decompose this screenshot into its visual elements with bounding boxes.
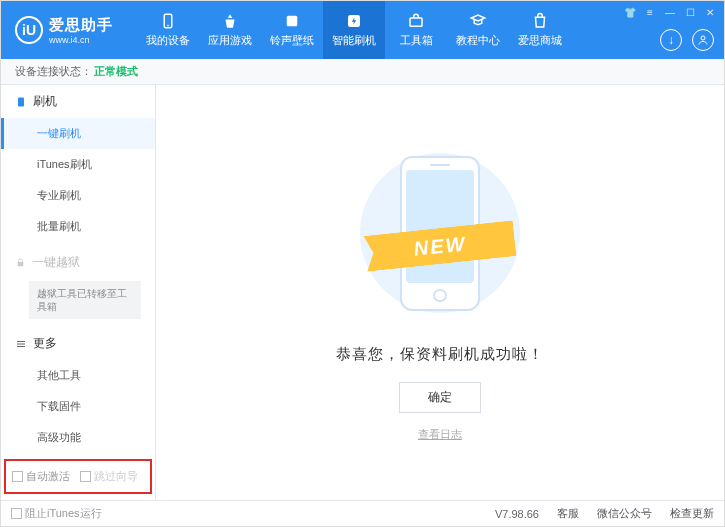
nav-label: 应用游戏 (208, 33, 252, 48)
minimize-icon[interactable]: — (662, 5, 678, 19)
nav-label: 铃声壁纸 (270, 33, 314, 48)
ringtone-icon (283, 12, 301, 30)
nav-label: 教程中心 (456, 33, 500, 48)
status-bar: 设备连接状态： 正常模式 (1, 59, 724, 85)
svg-rect-2 (287, 16, 298, 27)
tshirt-icon[interactable]: 👕 (622, 5, 638, 19)
sidebar-item-oneclick[interactable]: 一键刷机 (1, 118, 155, 149)
maximize-icon[interactable]: ☐ (682, 5, 698, 19)
nav-label: 智能刷机 (332, 33, 376, 48)
more-icon (15, 338, 27, 350)
tutorial-icon (469, 12, 487, 30)
nav-toolbox[interactable]: 工具箱 (385, 1, 447, 59)
sidebar: 刷机 一键刷机 iTunes刷机 专业刷机 批量刷机 一键越狱 越狱工具已转移至… (1, 85, 156, 500)
sidebar-group-more[interactable]: 更多 (1, 327, 155, 360)
checkbox-auto-activate[interactable]: 自动激活 (12, 469, 70, 484)
app-subtitle: www.i4.cn (49, 35, 113, 45)
view-log-link[interactable]: 查看日志 (418, 427, 462, 442)
flash-group-icon (15, 96, 27, 108)
highlight-box: 自动激活 跳过向导 (4, 459, 152, 494)
sidebar-group-jailbreak: 一键越狱 (1, 246, 155, 279)
nav-tutorial[interactable]: 教程中心 (447, 1, 509, 59)
nav-flash[interactable]: 智能刷机 (323, 1, 385, 59)
logo-icon: iU (15, 16, 43, 44)
checkbox-icon (11, 508, 22, 519)
success-illustration: NEW (340, 143, 540, 323)
sidebar-item-advanced[interactable]: 高级功能 (1, 422, 155, 453)
download-button[interactable]: ↓ (660, 29, 682, 51)
jailbreak-note[interactable]: 越狱工具已转移至工具箱 (29, 281, 141, 319)
svg-point-5 (701, 36, 705, 40)
main-nav: 我的设备 应用游戏 铃声壁纸 智能刷机 工具箱 教程中心 (137, 1, 571, 59)
store-icon (531, 12, 549, 30)
sidebar-item-firmware[interactable]: 下载固件 (1, 391, 155, 422)
sidebar-group-flash[interactable]: 刷机 (1, 85, 155, 118)
svg-rect-6 (18, 97, 24, 106)
sidebar-group-label: 一键越狱 (32, 254, 80, 271)
titlebar-controls: 👕 ≡ — ☐ ✕ (622, 5, 718, 19)
checkbox-skip-guide[interactable]: 跳过向导 (80, 469, 138, 484)
svg-rect-4 (410, 18, 422, 26)
nav-label: 爱思商城 (518, 33, 562, 48)
sidebar-item-other[interactable]: 其他工具 (1, 360, 155, 391)
checkbox-label: 自动激活 (26, 469, 70, 484)
apps-icon (221, 12, 239, 30)
user-button[interactable] (692, 29, 714, 51)
sidebar-group-label: 刷机 (33, 93, 57, 110)
sidebar-item-itunes[interactable]: iTunes刷机 (1, 149, 155, 180)
checkbox-icon (12, 471, 23, 482)
footer: 阻止iTunes运行 V7.98.66 客服 微信公众号 检查更新 (1, 500, 724, 526)
checkbox-icon (80, 471, 91, 482)
close-icon[interactable]: ✕ (702, 5, 718, 19)
checkbox-label: 阻止iTunes运行 (25, 506, 102, 521)
toolbox-icon (407, 12, 425, 30)
version-text: V7.98.66 (495, 508, 539, 520)
nav-label: 我的设备 (146, 33, 190, 48)
status-label: 设备连接状态： (15, 64, 92, 79)
checkbox-block-itunes[interactable]: 阻止iTunes运行 (11, 506, 102, 521)
logo: iU 爱思助手 www.i4.cn (1, 16, 127, 45)
sidebar-group-label: 更多 (33, 335, 57, 352)
footer-link-update[interactable]: 检查更新 (670, 506, 714, 521)
ok-button[interactable]: 确定 (399, 382, 481, 413)
menu-icon[interactable]: ≡ (642, 5, 658, 19)
lock-icon (15, 257, 26, 268)
sidebar-item-pro[interactable]: 专业刷机 (1, 180, 155, 211)
footer-link-wechat[interactable]: 微信公众号 (597, 506, 652, 521)
success-message: 恭喜您，保资料刷机成功啦！ (336, 345, 544, 364)
app-title: 爱思助手 (49, 16, 113, 35)
nav-label: 工具箱 (400, 33, 433, 48)
nav-my-device[interactable]: 我的设备 (137, 1, 199, 59)
svg-rect-7 (18, 262, 24, 266)
main-content: NEW 恭喜您，保资料刷机成功啦！ 确定 查看日志 (156, 85, 724, 500)
footer-link-support[interactable]: 客服 (557, 506, 579, 521)
flash-icon (345, 12, 363, 30)
checkbox-label: 跳过向导 (94, 469, 138, 484)
app-header: iU 爱思助手 www.i4.cn 我的设备 应用游戏 铃声壁纸 智能刷机 (1, 1, 724, 59)
status-value: 正常模式 (94, 64, 138, 79)
nav-ringtone[interactable]: 铃声壁纸 (261, 1, 323, 59)
nav-apps[interactable]: 应用游戏 (199, 1, 261, 59)
nav-store[interactable]: 爱思商城 (509, 1, 571, 59)
device-icon (159, 12, 177, 30)
sidebar-item-batch[interactable]: 批量刷机 (1, 211, 155, 242)
